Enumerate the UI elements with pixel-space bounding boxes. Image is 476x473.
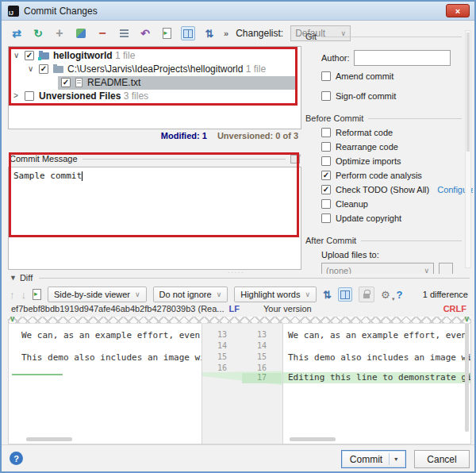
- disable-editing-toggle[interactable]: [359, 286, 374, 302]
- expand-icon: ⇅: [205, 28, 214, 40]
- commit-message-title: Commit Message: [10, 154, 78, 163]
- changes-toolbar: ⇄ ↻ + − ↶ ⇅ » Changelist: Default ∨: [10, 24, 351, 43]
- gear-icon: ⚙: [381, 289, 390, 301]
- update-copyright-row[interactable]: Update copyright: [321, 213, 401, 223]
- signoff-commit-row[interactable]: Sign-off commit: [321, 91, 396, 101]
- dialog-footer: ? Commit ▾ Cancel: [2, 444, 474, 471]
- divider: [321, 37, 462, 37]
- diff-help-button[interactable]: ?: [397, 289, 403, 301]
- chevron-down-icon: ∨: [135, 290, 140, 298]
- reformat-code-row[interactable]: Reformat code: [321, 128, 393, 137]
- checkbox[interactable]: ✓: [25, 51, 34, 60]
- tree-label: C:\Users\Jarvis\IdeaProjects\hellogitwor…: [67, 63, 266, 75]
- checkbox[interactable]: [321, 199, 331, 209]
- collapse-unchanged-button[interactable]: ⇅: [323, 289, 332, 301]
- checkbox[interactable]: [321, 91, 331, 101]
- diff-left-pane[interactable]: We can, as an example effort, even moc T…: [8, 317, 202, 444]
- folded-lines-strip[interactable]: [8, 317, 471, 324]
- commit-button-label: Commit: [350, 454, 382, 465]
- splitter-grip[interactable]: ∙∙∙∙∙: [228, 269, 244, 276]
- close-button[interactable]: ×: [446, 4, 470, 17]
- help-button[interactable]: ?: [10, 452, 23, 465]
- author-input[interactable]: [354, 50, 451, 66]
- cancel-button[interactable]: Cancel: [414, 450, 470, 468]
- checkbox[interactable]: [321, 71, 331, 81]
- checkbox[interactable]: [321, 142, 331, 152]
- option-label: Cleanup: [336, 199, 368, 209]
- checkbox[interactable]: ✓: [321, 171, 331, 180]
- vertical-scrollbar-thumb[interactable]: [465, 321, 469, 432]
- highlight-mode-dropdown[interactable]: Highlight words ∨: [234, 286, 317, 302]
- checkbox[interactable]: ✓: [61, 78, 71, 87]
- folder-icon: [53, 66, 63, 73]
- cleanup-row[interactable]: Cleanup: [321, 199, 368, 209]
- chevron-collapsed-icon[interactable]: >: [13, 91, 18, 100]
- after-commit-section-header: After Commit: [305, 236, 462, 245]
- toolbar-overflow-chevron[interactable]: »: [224, 29, 228, 38]
- highlight-value: Highlight words: [240, 290, 300, 299]
- right-line-ending[interactable]: CRLF: [443, 304, 466, 313]
- collapse-triangle-icon[interactable]: ▼: [10, 274, 17, 282]
- diff-settings-button[interactable]: ⚙▾: [381, 289, 390, 301]
- check-todo-row[interactable]: ✓ Check TODO (Show All) Configure: [321, 185, 473, 194]
- chevron-expanded-icon[interactable]: ∨: [13, 51, 19, 60]
- cancel-button-label: Cancel: [427, 454, 456, 465]
- upload-label-text: Upload files to:: [321, 250, 379, 260]
- left-pane-title: ef7bebf8bdb1919d947afe46ab4b2fb4278039b3…: [11, 304, 225, 313]
- add-button[interactable]: +: [52, 26, 67, 40]
- synchronize-scrolling-toggle[interactable]: [338, 287, 352, 302]
- changes-tree[interactable]: ∨ ✓ hellogitworld 1 file ∨ ✓ C:\Users\Ja…: [8, 46, 301, 129]
- delete-button[interactable]: −: [95, 26, 109, 40]
- line-number: 15: [242, 352, 282, 363]
- chevron-expanded-icon[interactable]: ∨: [28, 64, 33, 73]
- left-line-ending[interactable]: LF: [229, 304, 240, 313]
- scrollbar-thumb[interactable]: [466, 33, 470, 152]
- author-label: Author:: [321, 53, 349, 63]
- revert-button[interactable]: ↶: [138, 26, 152, 40]
- checkbox[interactable]: ✓: [39, 64, 48, 74]
- divider: [361, 240, 462, 241]
- commit-message-input[interactable]: Sample commit: [8, 167, 301, 270]
- perform-code-analysis-row[interactable]: ✓ Perform code analysis: [321, 171, 422, 180]
- whitespace-dropdown[interactable]: Do not ignore ∨: [153, 286, 228, 302]
- checkbox[interactable]: [321, 213, 331, 223]
- amend-commit-row[interactable]: Amend commit: [321, 71, 393, 81]
- diff-right-pane[interactable]: We can, as an example effort, even modif…: [282, 317, 471, 444]
- tree-row-project-path[interactable]: ∨ ✓ C:\Users\Jarvis\IdeaProjects\hellogi…: [9, 63, 300, 76]
- checkbox[interactable]: ✓: [321, 185, 331, 194]
- show-diff-button[interactable]: [159, 26, 174, 40]
- commit-history-icon[interactable]: [290, 155, 300, 163]
- rearrange-code-row[interactable]: Rearrange code: [321, 142, 398, 152]
- open-diff-window-button[interactable]: [33, 289, 41, 300]
- tree-row-readme[interactable]: ✓ README.txt: [9, 76, 300, 90]
- optimize-imports-row[interactable]: Optimize imports: [321, 156, 401, 166]
- title-bar: IJ Commit Changes ×: [2, 2, 474, 21]
- commit-changes-dialog: IJ Commit Changes × ⇄ ↻ + − ↶ ⇅ » Change…: [0, 0, 476, 473]
- group-by-changelist-button[interactable]: [117, 26, 131, 40]
- checkbox[interactable]: [25, 91, 34, 101]
- plus-icon: +: [56, 26, 63, 40]
- diff-line: We can, as an example effort, even modif: [283, 330, 470, 340]
- before-commit-section-header: Before Commit: [305, 113, 462, 123]
- fold-chevron-icon: ∨: [464, 314, 470, 323]
- commit-dropdown-icon[interactable]: ▾: [394, 456, 397, 463]
- viewer-type-dropdown[interactable]: Side-by-side viewer ∨: [48, 286, 147, 302]
- expand-collapse-button[interactable]: ⇅: [202, 26, 217, 40]
- next-difference-button[interactable]: ↓: [21, 289, 27, 301]
- horizontal-scrollbar-thumb[interactable]: [290, 437, 336, 441]
- checkbox[interactable]: [321, 128, 331, 137]
- preview-panes-icon: [183, 29, 193, 38]
- refresh-changes-button[interactable]: ⇄: [10, 26, 24, 40]
- horizontal-scrollbar-thumb[interactable]: [26, 437, 72, 441]
- rollback-button[interactable]: ↻: [31, 26, 45, 40]
- line-number: 13: [242, 330, 282, 340]
- tree-suffix: 1 file: [115, 50, 135, 61]
- checkbox[interactable]: [321, 156, 331, 166]
- commit-button[interactable]: Commit ▾: [341, 450, 406, 468]
- previous-difference-button[interactable]: ↑: [10, 289, 15, 301]
- tree-row-hellogitworld[interactable]: ∨ ✓ hellogitworld 1 file: [9, 49, 300, 63]
- tree-row-unversioned[interactable]: > Unversioned Files 3 files: [9, 90, 300, 103]
- options-scrollbar[interactable]: [465, 30, 471, 268]
- preview-diff-toggle[interactable]: [181, 26, 195, 40]
- move-to-changelist-button[interactable]: [74, 26, 88, 40]
